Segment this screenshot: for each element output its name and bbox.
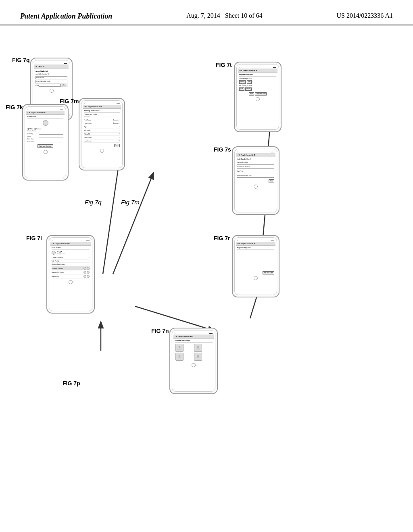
home-button[interactable]	[44, 150, 48, 154]
fig7r-screen: ○▬▬ < ⚙ Angel:Checked In ⚙ Payment Optio…	[234, 237, 277, 295]
home-button[interactable]	[100, 149, 104, 153]
arrow-label-7m: Fig 7m	[121, 199, 140, 206]
scan-qr-option: Scan QR or Bar Code	[35, 80, 67, 83]
fig7r-phone: ○▬▬ < ⚙ Angel:Checked In ⚙ Payment Optio…	[232, 235, 280, 297]
save-button[interactable]: Save	[269, 179, 274, 183]
photos-grid	[175, 343, 213, 362]
patent-title: Patent Application Publication	[20, 12, 112, 21]
fig7l-label: FIG 7l	[26, 235, 42, 241]
svg-point-12	[197, 355, 199, 357]
home-button[interactable]	[254, 276, 258, 280]
add-new-card-button[interactable]: Add New Card	[255, 92, 267, 96]
delete-btn-2[interactable]: Delete	[245, 87, 252, 91]
icon1	[83, 267, 86, 270]
icon6	[87, 275, 90, 278]
save-continue-button[interactable]: Save and Continue	[38, 144, 53, 148]
icon4	[87, 271, 90, 274]
home-button[interactable]	[69, 280, 73, 284]
fig7n-phone: ○▬▬ < ⚙ Angel:Checked In ⚙ Manage My Pho…	[169, 328, 218, 394]
photo-2[interactable]	[194, 344, 202, 352]
fig7m-label: FIG 7m	[60, 98, 79, 104]
fig7k-phone: ○▬▬ < ⚙ Angel:Checked In ⚙ Edit Profile …	[22, 104, 69, 181]
save-button[interactable]: Save	[249, 92, 254, 96]
icon5	[83, 275, 86, 278]
svg-point-9	[179, 346, 181, 348]
fig7t-label: FIG 7t	[216, 62, 232, 68]
fig7l-screen: ○▬▬ < ⚙ Angel:Checked In ⚙ User Profile …	[49, 237, 92, 311]
fig7k-screen: ○▬▬ < ⚙ Angel:Checked In ⚙ Edit Profile …	[25, 106, 66, 178]
photo-1[interactable]	[175, 344, 184, 352]
fig7t-phone: ○▬▬ < ⚙ Angel:Checked In ⚙ Payment Optio…	[234, 62, 282, 132]
fig7n-screen: ○▬▬ < ⚙ Angel:Checked In ⚙ Manage My Pho…	[172, 330, 215, 392]
fig7p-label: FIG 7p	[63, 380, 80, 387]
arrow-label-7q: Fig 7q	[85, 199, 102, 206]
patent-number: US 2014/0223336 A1	[336, 12, 393, 19]
publication-date: Aug. 7, 2014 Sheet 10 of 64	[186, 12, 262, 19]
home-button[interactable]	[254, 185, 258, 189]
icon3	[83, 271, 86, 274]
use-credits-option: Use 3 Credit	[35, 76, 67, 80]
edit-btn-2[interactable]: Edit	[239, 87, 244, 91]
main-content: ○▬▬ ⚙ Check In Acme Nightclub Available …	[0, 25, 413, 517]
save-button[interactable]: Save	[114, 144, 119, 147]
photo-4[interactable]	[194, 353, 202, 361]
fig7l-phone: ○▬▬ < ⚙ Angel:Checked In ⚙ User Profile …	[46, 235, 95, 314]
home-button[interactable]	[192, 363, 196, 367]
submit-button[interactable]: Submit	[60, 84, 67, 87]
add-new-card-button[interactable]: Add New Card	[263, 271, 274, 274]
svg-point-11	[179, 355, 181, 357]
fig7s-label: FIG 7s	[214, 146, 231, 153]
fig7n-label: FIG 7n	[151, 328, 169, 334]
delete-btn-1[interactable]: Delete	[239, 80, 246, 83]
svg-point-10	[197, 346, 199, 348]
fig7t-screen: ○▬▬ < ⚙ Angel:Checked In ⚙ Payment Optio…	[236, 64, 279, 130]
user-avatar	[52, 251, 56, 255]
fig7k-label: FIG 7k	[6, 104, 23, 110]
fig7r-label: FIG 7r	[214, 235, 230, 241]
home-button[interactable]	[50, 89, 54, 93]
fig7m-screen: ○▬▬ < ⚙ Angel:Checked In ⚙ Sharing Prefe…	[81, 100, 123, 168]
photo-3[interactable]	[175, 353, 184, 361]
fig7s-screen: ○▬▬ < ⚙ Angel:Checked In ⚙ Add Credit Ca…	[234, 149, 277, 212]
icon2	[87, 267, 90, 270]
page-header: Patent Application Publication Aug. 7, 2…	[0, 0, 413, 25]
profile-avatar	[43, 120, 48, 126]
fig7q-label: FIG 7q	[12, 57, 30, 63]
home-button[interactable]	[256, 97, 260, 101]
edit-btn-1[interactable]: Edit	[247, 80, 252, 83]
fig7m-phone: ○▬▬ < ⚙ Angel:Checked In ⚙ Sharing Prefe…	[79, 98, 125, 170]
fig7s-phone: ○▬▬ < ⚙ Angel:Checked In ⚙ Add Credit Ca…	[232, 146, 280, 215]
